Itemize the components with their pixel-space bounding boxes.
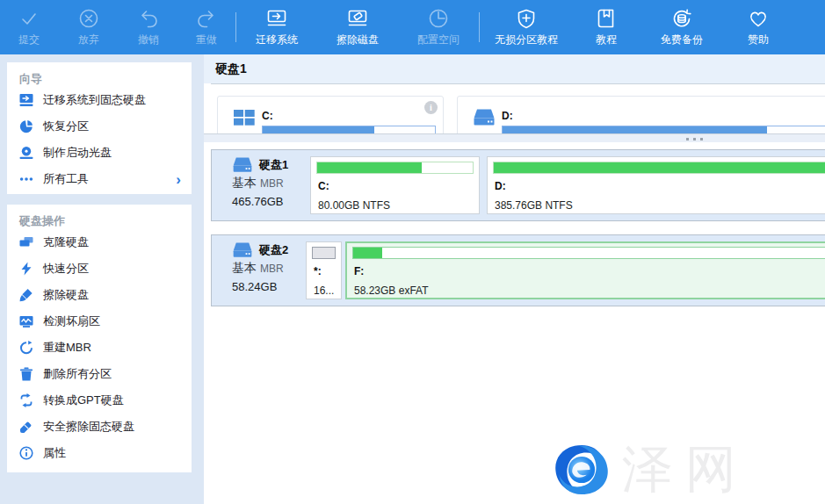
partition-label: *: [314,265,341,277]
erase-disk-icon [346,7,369,30]
convert-gpt-icon [19,393,33,407]
disk-list: 硬盘1 基本 MBR 465.76GB C: 80.00GB NTFS D: 3… [204,142,825,306]
partition-f-selected[interactable]: F: 58.23GB exFAT [345,241,825,299]
disk-size: 58.24GB [232,280,305,293]
sidebar-item-recover-partition[interactable]: 恢复分区 [7,113,192,140]
free-backup-button[interactable]: 免费备份 [640,0,724,54]
sidebar-item-label: 所有工具 [43,171,89,187]
sidebar-item-convert-to-gpt[interactable]: 转换成GPT硬盘 [7,387,192,414]
diskops-section-title: 硬盘操作 [7,205,192,229]
clone-disk-icon [19,235,33,249]
sidebar-item-migrate-os-to-ssd[interactable]: 迁移系统到固态硬盘 [7,87,192,113]
partition-info: 58.23GB exFAT [354,284,825,297]
disk-overview-strip: C: i D: [204,84,825,133]
migrate-system-button[interactable]: 迁移系统 [236,0,317,54]
toolbar: 提交 放弃 撤销 重做 迁移系统 擦除磁盘 配置空间 无损分区教程 教程 免费备… [0,0,825,54]
sidebar-item-clone-disk[interactable]: 克隆硬盘 [7,229,192,256]
partition-info: 16... [314,284,341,297]
overview-card-d[interactable]: D: [457,96,825,133]
free-backup-icon [670,7,693,30]
partition-tutorial-button[interactable]: 无损分区教程 [480,0,573,54]
partition-c[interactable]: C: 80.00GB NTFS [310,156,480,214]
sidebar-item-rebuild-mbr[interactable]: 重建MBR [7,335,192,361]
redo-button[interactable]: 重做 [177,0,235,54]
splitter-handle[interactable] [204,133,825,142]
overview-usage-bar [502,126,825,133]
partition-tutorial-label: 无损分区教程 [495,32,558,47]
sidebar-item-label: 擦除硬盘 [43,287,89,303]
wizard-section-title: 向导 [7,62,192,87]
disk-tab-bar: 硬盘1 [204,54,825,83]
disk-row-2[interactable]: 硬盘2 基本 MBR 58.24GB *: 16... F: 58.23GB e… [211,234,825,306]
partition-info: 80.00GB NTFS [318,199,479,212]
erase-disk-button[interactable]: 擦除磁盘 [317,0,398,54]
sidebar-item-secure-erase-ssd[interactable]: 安全擦除固态硬盘 [7,414,192,440]
sidebar-item-quick-partition[interactable]: 快速分区 [7,256,192,282]
erase-disk-label: 擦除磁盘 [337,32,379,47]
partition-usage-fill [313,248,335,258]
secure-erase-icon [19,420,33,434]
disk-scheme: MBR [260,177,284,190]
all-tools-icon [19,172,33,186]
discard-button[interactable]: 放弃 [58,0,119,54]
undo-label: 撤销 [138,32,159,47]
allocate-space-label: 配置空间 [417,32,460,47]
disk-info-panel: 硬盘2 基本 MBR 58.24GB [212,242,305,293]
commit-button[interactable]: 提交 [0,0,58,54]
sponsor-heart-icon [747,7,770,30]
check-icon [18,7,40,30]
redo-icon [195,7,218,30]
info-icon[interactable]: i [424,101,438,114]
partition-star[interactable]: *: 16... [306,241,342,299]
delete-all-icon [19,367,33,381]
partition-usage-fill [353,248,382,258]
sidebar-item-label: 检测坏扇区 [43,313,100,329]
overview-card-c[interactable]: C: i [217,96,444,133]
overview-drive-label: D: [502,110,513,122]
sponsor-button[interactable]: 赞助 [724,0,792,54]
migrate-system-icon [265,7,288,30]
allocate-space-button[interactable]: 配置空间 [398,0,479,54]
watermark-text: 泽网 [622,436,749,504]
quick-partition-icon [19,262,33,276]
disk-icon [232,242,253,258]
sidebar-item-make-boot-disc[interactable]: 制作启动光盘 [7,140,192,166]
tutorial-button[interactable]: 教程 [573,0,640,54]
sponsor-label: 赞助 [748,32,769,47]
partition-label: F: [354,265,825,277]
recover-partition-icon [19,119,33,133]
sidebar-item-check-bad-sectors[interactable]: 检测坏扇区 [7,308,192,335]
commit-label: 提交 [18,32,40,47]
chevron-right-icon: › [176,172,181,187]
free-backup-label: 免费备份 [661,32,703,47]
partition-info: 385.76GB NTFS [495,199,825,212]
disk-scheme: MBR [260,263,284,275]
disk-icon [232,157,253,173]
sidebar-item-delete-all-partitions[interactable]: 删除所有分区 [7,361,192,387]
sidebar-item-all-tools[interactable]: 所有工具 › [7,166,192,192]
sidebar-item-label: 快速分区 [43,261,89,277]
tab-disk1[interactable]: 硬盘1 [215,61,247,77]
sidebar-item-wipe-disk[interactable]: 擦除硬盘 [7,282,192,308]
sidebar-item-label: 删除所有分区 [43,366,112,382]
partition-usage-bar [352,247,825,259]
tutorial-icon [595,7,618,30]
undo-icon [137,7,160,30]
undo-button[interactable]: 撤销 [119,0,177,54]
disk-info-panel: 硬盘1 基本 MBR 465.76GB [212,157,305,208]
migrate-ssd-icon [19,93,33,107]
disk-name: 硬盘2 [259,242,288,258]
sidebar-item-properties[interactable]: 属性 [7,440,192,466]
partition-usage-bar [316,162,474,174]
overview-drive-label: C: [262,110,273,122]
partition-usage-fill [494,162,825,173]
partition-d[interactable]: D: 385.76GB NTFS [487,156,825,214]
sidebar-item-label: 克隆硬盘 [43,234,89,250]
partition-usage-bar [493,162,825,174]
rebuild-mbr-icon [19,341,33,355]
redo-label: 重做 [196,32,217,47]
disk-type: 基本 [232,176,257,190]
sidebar-item-label: 重建MBR [43,340,91,356]
disk-row-1[interactable]: 硬盘1 基本 MBR 465.76GB C: 80.00GB NTFS D: 3… [211,149,825,221]
migrate-system-label: 迁移系统 [256,32,298,47]
